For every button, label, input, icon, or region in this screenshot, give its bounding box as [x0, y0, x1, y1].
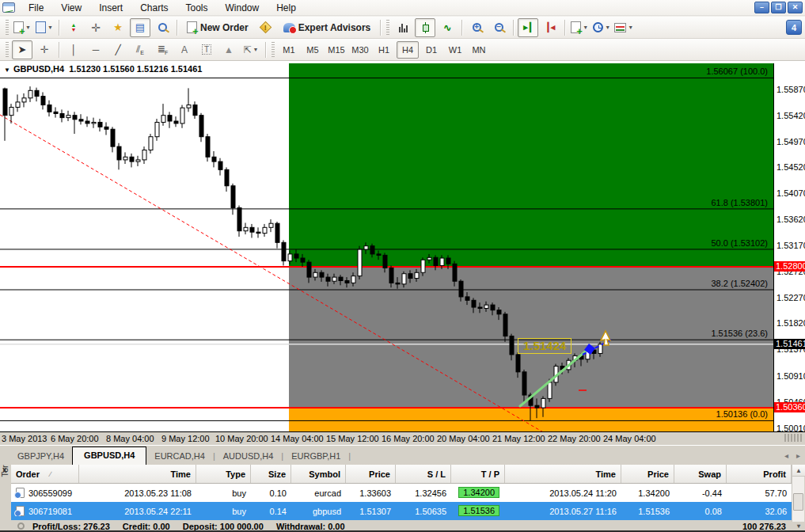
chart-tab-eurcad[interactable]: EURCAD,H4	[146, 448, 213, 465]
trendline-price-tag[interactable]: 1.51424	[518, 338, 571, 354]
crosshair-tool-button[interactable]: ✛	[34, 40, 55, 59]
candle	[275, 223, 279, 242]
menu-window[interactable]: Window	[217, 1, 268, 15]
corner-grip[interactable]	[784, 434, 803, 442]
column-header-price[interactable]: Price	[346, 465, 396, 483]
candlestick-chart-button[interactable]	[415, 18, 435, 37]
shapes-button[interactable]: ▲	[218, 40, 239, 59]
chart-tab-gbpusd[interactable]: GBPUSD,H4	[72, 446, 146, 465]
column-header-symbol[interactable]: Symbol	[291, 465, 346, 483]
text-label-button[interactable]: T	[196, 40, 217, 59]
scrollbar-thumb[interactable]	[793, 493, 803, 511]
close-button[interactable]: ✕	[788, 2, 803, 13]
timeframe-d1[interactable]: D1	[420, 41, 442, 59]
chevron-down-icon[interactable]: ▼	[4, 66, 10, 74]
candle	[60, 114, 64, 118]
column-header-swap[interactable]: Swap	[674, 465, 727, 483]
bar-chart-button[interactable]	[393, 18, 413, 37]
terminal-side-tab[interactable]: x Terminal	[0, 465, 11, 522]
cursor-tool-button[interactable]: ➤	[12, 40, 32, 59]
menu-tools[interactable]: Tools	[177, 1, 217, 15]
column-header-size[interactable]: Size	[251, 465, 291, 483]
arrows-button[interactable]: ⇱▼	[241, 40, 261, 59]
cell-type: buy	[196, 507, 251, 516]
price-axis[interactable]: 1.558701.554201.549701.545201.540701.536…	[774, 63, 805, 431]
toolbar-grip[interactable]	[6, 20, 9, 36]
navigator-button[interactable]: ★	[108, 18, 128, 37]
new-chart-button[interactable]: +▼	[12, 18, 32, 37]
fibonacci-button[interactable]: ≣F	[152, 40, 173, 59]
scroll-up-icon[interactable]: ▲	[792, 465, 805, 477]
menu-insert[interactable]: Insert	[90, 1, 131, 15]
candle	[389, 268, 393, 283]
tab-scroll-right-icon[interactable]: ▸	[796, 451, 800, 460]
candle	[427, 257, 431, 260]
terminal-button[interactable]: ▤	[130, 18, 150, 37]
table-header-row: Order∕TimeTypeSizeSymbolPriceS / LT / PT…	[11, 465, 792, 484]
column-header-type[interactable]: Type	[196, 465, 251, 483]
templates-button[interactable]: ▼	[613, 18, 634, 37]
minimize-button[interactable]: –	[754, 2, 769, 13]
order-row[interactable]: 3065590992013.05.23 11:08buy0.10eurcad1.…	[11, 484, 792, 502]
timeframe-mn[interactable]: MN	[468, 41, 490, 59]
data-window-button[interactable]: ✛	[85, 18, 106, 37]
timeframe-m1[interactable]: M1	[278, 41, 300, 59]
restore-button[interactable]: ❐	[771, 2, 786, 13]
profiles-button[interactable]: ▼	[34, 18, 55, 37]
candle	[497, 310, 501, 314]
timeframe-h1[interactable]: H1	[373, 41, 395, 59]
chart-tab-eurgbp[interactable]: EURGBP,H1	[283, 448, 348, 465]
auto-scroll-button[interactable]: ▸┃	[518, 18, 538, 37]
toolbar-grip[interactable]	[6, 42, 9, 58]
timeframe-w1[interactable]: W1	[444, 41, 466, 59]
timeframe-m15[interactable]: M15	[325, 41, 347, 59]
column-header-time[interactable]: Time	[505, 465, 621, 483]
column-header-order[interactable]: Order∕	[11, 465, 79, 483]
candle	[79, 120, 83, 121]
terminal-scrollbar[interactable]: ▲	[792, 465, 804, 522]
column-header-tp[interactable]: T / P	[451, 465, 505, 483]
chart-tab-audusd[interactable]: AUDUSD,H4	[215, 448, 282, 465]
column-header-price[interactable]: Price	[621, 465, 674, 483]
red-dash-marker[interactable]	[579, 390, 587, 391]
periods-button[interactable]: ▼	[591, 18, 612, 37]
toolbar-grip[interactable]	[386, 20, 389, 36]
cell-profit: 57.70	[727, 488, 792, 498]
timeframe-h4[interactable]: H4	[397, 41, 419, 59]
chart-window[interactable]: ▼GBPUSD,H4 1.51230 1.51560 1.51216 1.514…	[0, 61, 805, 445]
expert-advisors-button[interactable]: Expert Advisors	[278, 18, 377, 37]
menu-file[interactable]: File	[20, 1, 52, 15]
timeframe-m30[interactable]: M30	[349, 41, 371, 59]
vertical-line-button[interactable]: │	[63, 40, 84, 59]
notifications-badge[interactable]: 4	[786, 20, 802, 35]
trendline-button[interactable]: ╱	[108, 40, 128, 59]
date-axis[interactable]: 3 May 20136 May 20:008 May 04:009 May 12…	[0, 431, 805, 445]
menu-view[interactable]: View	[52, 1, 90, 15]
add-indicator-button[interactable]: +▼	[569, 18, 590, 37]
menu-help[interactable]: Help	[268, 1, 305, 15]
candle	[516, 355, 520, 372]
menu-charts[interactable]: Charts	[131, 1, 177, 15]
strategy-tester-button[interactable]	[152, 18, 173, 37]
column-header-time[interactable]: Time	[79, 465, 196, 483]
candle	[9, 107, 13, 115]
market-watch-button[interactable]: ▲▼	[63, 18, 84, 37]
timeframe-m5[interactable]: M5	[302, 41, 324, 59]
equidistant-channel-button[interactable]: ⫽E	[130, 40, 150, 59]
column-header-sl[interactable]: S / L	[396, 465, 451, 483]
status-dropdown-icon[interactable]: ▾	[797, 522, 800, 530]
text-tool-button[interactable]: A	[174, 40, 195, 59]
chart-tab-gbpjpy[interactable]: GBPJPY,H4	[9, 448, 72, 465]
tab-scroll-left-icon[interactable]: ◂	[784, 451, 788, 460]
line-chart-button[interactable]: ∿	[437, 18, 458, 37]
zoom-out-button[interactable]: −	[488, 18, 509, 37]
order-row[interactable]: 3067190812013.05.24 22:11buy0.14gbpusd1.…	[11, 502, 792, 520]
column-header-profit[interactable]: Profit	[727, 465, 792, 483]
toolbar-grip[interactable]	[271, 42, 275, 58]
zoom-in-button[interactable]: +	[466, 18, 487, 37]
metaeditor-button[interactable]: !	[256, 18, 276, 37]
chart-shift-button[interactable]: ┃◂	[540, 18, 560, 37]
candlestick-plot[interactable]	[0, 63, 774, 431]
horizontal-line-button[interactable]: ─	[85, 40, 106, 59]
new-order-button[interactable]: + New Order	[181, 18, 254, 37]
